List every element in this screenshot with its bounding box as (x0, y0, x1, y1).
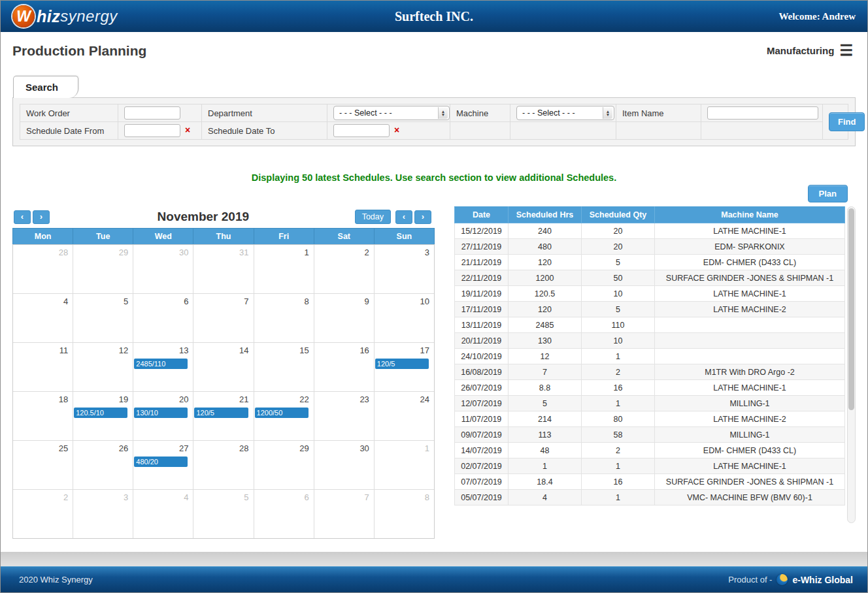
calendar-day-cell[interactable]: 3 (375, 245, 434, 293)
hamburger-menu-icon[interactable]: ☰ (839, 43, 853, 58)
calendar-prev-button-right[interactable]: ‹ (395, 210, 412, 224)
calendar-next-button-right[interactable]: › (414, 210, 431, 224)
table-cell: 18.4 (509, 474, 582, 490)
weekday-header: Sun (375, 229, 434, 244)
calendar-day-cell[interactable]: 4 (133, 490, 193, 538)
calendar-day-cell[interactable]: 11 (13, 343, 73, 391)
item-name-input[interactable] (707, 106, 818, 120)
table-row[interactable]: 14/07/2019482EDM- CHMER (D433 CL) (455, 443, 845, 458)
machine-select[interactable]: - - - Select - - - ▲▼ (516, 106, 614, 120)
calendar-day-cell[interactable]: 20130/10 (133, 392, 193, 440)
calendar-day-cell[interactable]: 3 (73, 490, 133, 538)
calendar-day-cell[interactable]: 5 (193, 490, 253, 538)
schedule-event[interactable]: 2485/110 (134, 359, 188, 369)
calendar-day-cell[interactable]: 6 (254, 490, 314, 538)
schedule-event[interactable]: 120.5/10 (74, 408, 127, 418)
table-row[interactable]: 16/08/201972M1TR With DRO Argo -2 (455, 364, 845, 380)
clear-date-to-icon[interactable]: × (394, 125, 399, 135)
calendar-day-cell[interactable]: 28 (193, 441, 253, 489)
table-scrollbar[interactable] (847, 206, 856, 523)
table-scrollbar-thumb[interactable] (848, 208, 854, 410)
calendar-day-cell[interactable]: 2 (314, 245, 374, 293)
table-row[interactable]: 19/11/2019120.510LATHE MACHINE-1 (455, 286, 845, 302)
schedule-date-from-label: Schedule Date From (20, 122, 118, 140)
table-row[interactable]: 24/10/2019121 (455, 349, 845, 364)
day-number: 3 (425, 248, 429, 257)
calendar-day-cell[interactable]: 6 (133, 294, 193, 342)
department-select[interactable]: - - - Select - - - ▲▼ (333, 106, 450, 120)
schedule-date-to-input[interactable] (333, 124, 390, 137)
table-row[interactable]: 26/07/20198.816LATHE MACHINE-1 (455, 380, 845, 396)
schedule-event[interactable]: 120/5 (375, 359, 429, 369)
calendar-day-cell[interactable]: 17120/5 (375, 343, 434, 391)
calendar-day-cell[interactable]: 30 (133, 245, 193, 293)
table-cell: 26/07/2019 (455, 380, 509, 396)
table-row[interactable]: 15/12/201924020LATHE MACHINE-1 (455, 223, 845, 239)
calendar-day-cell[interactable]: 10 (375, 294, 434, 342)
search-panel: Work Order Department - - - Select - - -… (12, 97, 856, 146)
table-row[interactable]: 27/11/201948020EDM- SPARKONIX (455, 239, 845, 255)
calendar-day-cell[interactable]: 15 (254, 343, 314, 391)
footer-product-label: Product of - (728, 575, 772, 585)
table-row[interactable]: 17/11/20191205LATHE MACHINE-2 (455, 302, 845, 317)
plan-button[interactable]: Plan (808, 185, 848, 202)
table-row[interactable]: 09/07/201911358MILLING-1 (455, 427, 845, 443)
calendar-day-cell[interactable]: 4 (13, 294, 73, 342)
calendar-prev-button[interactable]: ‹ (14, 210, 31, 224)
calendar-day-cell[interactable]: 8 (254, 294, 314, 342)
calendar-day-cell[interactable]: 7 (314, 490, 374, 538)
calendar-day-cell[interactable]: 12 (73, 343, 133, 391)
schedule-event[interactable]: 130/10 (134, 408, 188, 418)
find-button[interactable]: Find (829, 112, 865, 131)
calendar-day-cell[interactable]: 5 (73, 294, 133, 342)
calendar-next-button[interactable]: › (33, 210, 50, 224)
calendar-day-cell[interactable]: 1 (375, 441, 434, 489)
table-row[interactable]: 22/11/2019120050SURFACE GRINDER -JONES &… (455, 270, 845, 286)
calendar-day-cell[interactable]: 14 (193, 343, 253, 391)
table-row[interactable]: 07/07/201918.416SURFACE GRINDER -JONES &… (455, 474, 845, 490)
table-row[interactable]: 05/07/201941VMC- MACHINE BFW (BMV 60)-1 (455, 490, 845, 505)
tab-search[interactable]: Search (13, 76, 78, 98)
table-row[interactable]: 11/07/201921480LATHE MACHINE-2 (455, 411, 845, 427)
calendar-day-cell[interactable]: 8 (375, 490, 434, 538)
day-number: 23 (359, 394, 369, 404)
schedule-event[interactable]: 1200/50 (255, 408, 309, 418)
table-row[interactable]: 13/11/20192485110 (455, 317, 845, 333)
schedule-date-from-input[interactable] (124, 124, 180, 137)
calendar-day-cell[interactable]: 25 (13, 441, 73, 489)
table-cell: 480 (509, 239, 582, 255)
table-row[interactable]: 12/07/201951MILLING-1 (455, 396, 845, 411)
calendar-day-cell[interactable]: 24 (375, 392, 434, 440)
calendar-day-cell[interactable]: 16 (314, 343, 374, 391)
calendar-day-cell[interactable]: 23 (314, 392, 374, 440)
calendar-day-cell[interactable]: 18 (13, 392, 73, 440)
calendar-day-cell[interactable]: 29 (73, 245, 133, 293)
table-row[interactable]: 02/07/201911LATHE MACHINE-1 (455, 458, 845, 474)
calendar-day-cell[interactable]: 28 (13, 245, 73, 293)
calendar-day-cell[interactable]: 27480/20 (133, 441, 193, 489)
today-button[interactable]: Today (355, 210, 391, 224)
calendar-day-cell[interactable]: 9 (314, 294, 374, 342)
schedule-event[interactable]: 480/20 (134, 457, 188, 467)
calendar-day-cell[interactable]: 29 (254, 441, 314, 489)
item-name-label: Item Name (616, 104, 701, 122)
work-order-input[interactable] (124, 106, 180, 120)
table-row[interactable]: 20/11/201913010 (455, 333, 845, 349)
calendar-day-cell[interactable]: 221200/50 (254, 392, 314, 440)
schedule-event[interactable]: 120/5 (194, 408, 248, 418)
weekday-header: Wed (133, 229, 193, 244)
module-menu[interactable]: Manufacturing ☰ (767, 43, 853, 58)
calendar-day-cell[interactable]: 19120.5/10 (73, 392, 133, 440)
calendar-day-cell[interactable]: 7 (193, 294, 253, 342)
table-row[interactable]: 21/11/20191205EDM- CHMER (D433 CL) (455, 255, 845, 270)
calendar-day-cell[interactable]: 30 (314, 441, 374, 489)
calendar-day-cell[interactable]: 1 (254, 245, 314, 293)
day-number: 8 (304, 296, 309, 306)
calendar-day-cell[interactable]: 31 (193, 245, 253, 293)
clear-date-from-icon[interactable]: × (185, 125, 190, 135)
calendar-day-cell[interactable]: 26 (73, 441, 133, 489)
calendar-day-cell[interactable]: 21120/5 (193, 392, 253, 440)
calendar-day-cell[interactable]: 132485/110 (133, 343, 193, 391)
calendar-day-cell[interactable]: 2 (13, 490, 73, 538)
table-cell: 120 (509, 255, 582, 270)
